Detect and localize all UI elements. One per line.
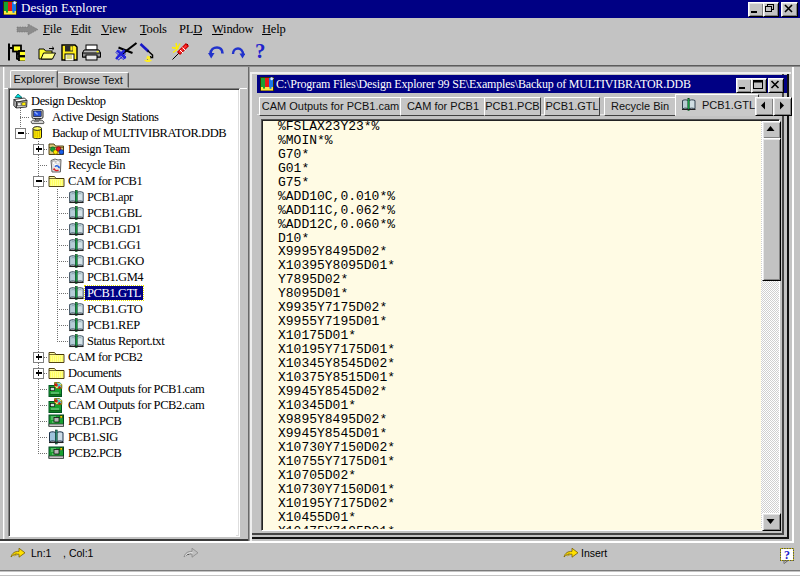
svg-text:?: ?: [784, 548, 790, 562]
